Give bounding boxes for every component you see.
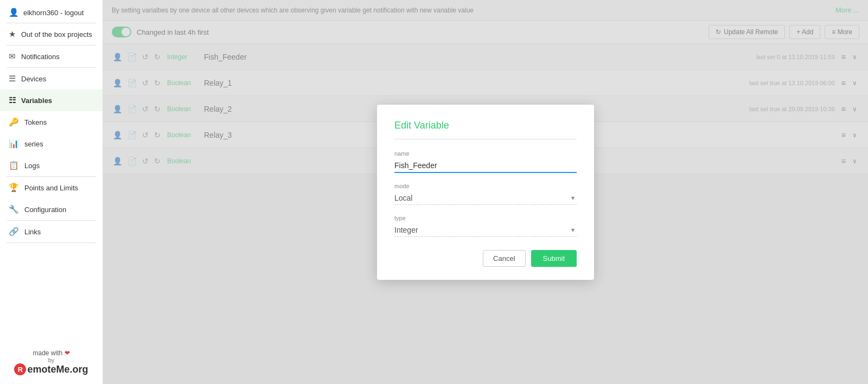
sidebar-footer: made with ❤ by R emoteMe.org bbox=[0, 341, 103, 384]
made-with-text: made with ❤ bbox=[9, 349, 94, 357]
sidebar-user-label: elkhorn360 - logout bbox=[23, 9, 84, 17]
type-form-group: type Integer Boolean String Double ▾ bbox=[394, 215, 577, 237]
remoteme-logo: R emoteMe.org bbox=[9, 363, 94, 375]
mail-icon: ✉ bbox=[9, 52, 16, 61]
trophy-icon: 🏆 bbox=[9, 183, 19, 193]
sidebar-item-label: Links bbox=[24, 228, 41, 236]
sidebar-item-variables[interactable]: ☷ Variables bbox=[0, 89, 103, 111]
mode-label: mode bbox=[394, 183, 577, 189]
modal-actions: Cancel Submit bbox=[394, 250, 577, 267]
link-icon: 🔗 bbox=[9, 227, 19, 236]
sidebar-item-label: Logs bbox=[24, 162, 40, 170]
chart-icon: 📊 bbox=[9, 139, 19, 149]
sidebar-item-label: Out of the box projects bbox=[21, 30, 92, 39]
name-form-group: name bbox=[394, 150, 577, 173]
sidebar-item-label: Tokens bbox=[24, 118, 47, 126]
by-text: by bbox=[9, 357, 94, 363]
variables-icon: ☷ bbox=[9, 95, 16, 105]
name-label: name bbox=[394, 150, 577, 157]
type-select-wrapper: Integer Boolean String Double ▾ bbox=[394, 223, 577, 237]
sidebar-item-tokens[interactable]: 🔑 Tokens bbox=[0, 111, 103, 133]
logo-label: emoteMe.org bbox=[27, 364, 88, 375]
logo-r-icon: R bbox=[14, 363, 26, 375]
sidebar-item-links[interactable]: 🔗 Links bbox=[0, 221, 103, 242]
sidebar-item-notifications[interactable]: ✉ Notifications bbox=[0, 46, 103, 67]
sidebar-item-label: Points and Limits bbox=[24, 184, 78, 192]
type-select[interactable]: Integer Boolean String Double bbox=[394, 223, 577, 237]
devices-icon: ☰ bbox=[9, 74, 16, 84]
star-icon: ★ bbox=[9, 29, 16, 39]
sidebar-item-label: Devices bbox=[21, 75, 46, 83]
sidebar-item-logs[interactable]: 📋 Logs bbox=[0, 155, 103, 176]
submit-button[interactable]: Submit bbox=[531, 250, 577, 267]
sidebar-item-configuration[interactable]: 🔧 Configuration bbox=[0, 199, 103, 220]
sidebar-item-label: Configuration bbox=[24, 206, 66, 214]
sidebar-item-label: series bbox=[24, 140, 43, 148]
mode-select[interactable]: Local Remote bbox=[394, 191, 577, 205]
sidebar-divider-5 bbox=[7, 242, 96, 243]
sidebar-item-series[interactable]: 📊 series bbox=[0, 133, 103, 155]
sidebar-item-devices[interactable]: ☰ Devices bbox=[0, 68, 103, 89]
type-label: type bbox=[394, 215, 577, 221]
mode-form-group: mode Local Remote ▾ bbox=[394, 183, 577, 205]
key-icon: 🔑 bbox=[9, 117, 19, 127]
mode-select-wrapper: Local Remote ▾ bbox=[394, 191, 577, 205]
main-content: By setting varialbes by one device all o… bbox=[103, 0, 868, 384]
modal-title: Edit Variable bbox=[394, 120, 577, 139]
sidebar: 👤 elkhorn360 - logout ★ Out of the box p… bbox=[0, 0, 103, 384]
sidebar-user[interactable]: 👤 elkhorn360 - logout bbox=[0, 0, 103, 23]
sidebar-item-out-of-box[interactable]: ★ Out of the box projects bbox=[0, 23, 103, 45]
cancel-button[interactable]: Cancel bbox=[483, 250, 525, 267]
sidebar-item-label: Variables bbox=[21, 97, 52, 105]
name-input[interactable] bbox=[394, 159, 577, 173]
wrench-icon: 🔧 bbox=[9, 204, 19, 214]
modal-overlay: Edit Variable name mode Local Remote ▾ t… bbox=[103, 0, 868, 384]
logs-icon: 📋 bbox=[9, 161, 19, 170]
heart-icon: ❤ bbox=[65, 349, 70, 357]
sidebar-item-points[interactable]: 🏆 Points and Limits bbox=[0, 177, 103, 199]
sidebar-item-label: Notifications bbox=[21, 53, 60, 61]
edit-variable-modal: Edit Variable name mode Local Remote ▾ t… bbox=[377, 105, 594, 280]
user-icon: 👤 bbox=[9, 8, 19, 17]
